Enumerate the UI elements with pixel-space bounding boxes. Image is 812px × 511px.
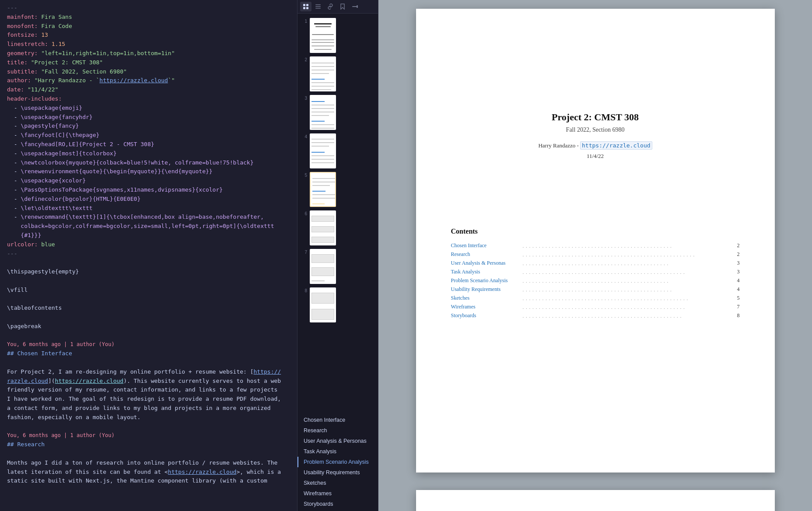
latex-pagestyle: \pagestyle{fancy} <box>21 122 79 129</box>
latex-fancyfoot: \fancyfoot[C]{\thepage} <box>21 132 99 138</box>
nav-storyboards[interactable]: Storyboards <box>298 499 378 509</box>
thumb-preview-6 <box>310 210 336 245</box>
toc-entry-chosen-interface: Chosen Interface . . . . . . . . . . . .… <box>451 242 740 249</box>
nav-problem-scenario[interactable]: Problem Scenario Analysis <box>298 457 378 467</box>
latex-let: \let\oldtexttt\texttt <box>21 205 92 211</box>
yaml-linestretch-val: 1.15 <box>52 41 65 47</box>
latex-emoji: \usepackage{emoji} <box>21 105 82 111</box>
yaml-date-key: date: <box>7 86 24 93</box>
yaml-fontsize-key: fontsize: <box>7 32 38 38</box>
nav-sketches[interactable]: Sketches <box>298 478 378 488</box>
commit-info-2: You, 6 months ago | 1 author (You) <box>7 432 115 438</box>
latex-xcolor: \usepackage{xcolor} <box>21 177 86 184</box>
tab-bookmarks[interactable] <box>337 2 348 11</box>
chosen-interface-body: For Project 2, I am re-designing my onli… <box>7 368 281 420</box>
thumb-5[interactable]: 5 <box>299 171 376 208</box>
pdf-title: Project 2: CMST 308 <box>552 112 639 123</box>
outline-panel: 1 <box>298 0 378 511</box>
latex-tcolorbox: \usepackage[most]{tcolorbox} <box>21 150 116 157</box>
latex-definecolor: \definecolor{bgcolor}{HTML}{E0E0E0} <box>21 196 140 202</box>
toc-title: Contents <box>451 228 740 235</box>
outline-nav: Chosen Interface Research User Analysis … <box>298 413 378 511</box>
section-research: ## Research <box>7 441 45 448</box>
thumb-6[interactable]: 6 <box>299 210 376 246</box>
toc-entry-wireframes: Wireframes . . . . . . . . . . . . . . .… <box>451 304 740 310</box>
outline-tabs <box>298 0 378 14</box>
nav-chosen-interface[interactable]: Chosen Interface <box>298 415 378 425</box>
tab-more[interactable] <box>349 2 360 11</box>
pdf-page-2: Chosen Interface Project 2 - CMST 308 Ch… <box>416 490 775 511</box>
thumb-preview-2 <box>310 56 336 91</box>
yaml-geometry-key: geometry: <box>7 50 38 56</box>
thumb-2[interactable]: 2 <box>299 56 376 92</box>
toc-entry-research: Research . . . . . . . . . . . . . . . .… <box>451 251 740 258</box>
thumb-preview-8 <box>310 287 336 322</box>
yaml-linestretch-key: linestretch: <box>7 41 48 47</box>
section-chosen-interface: ## Chosen Interface <box>7 350 72 357</box>
yaml-monofont-key: monofont: <box>7 23 38 29</box>
nav-research[interactable]: Research <box>298 425 378 436</box>
svg-rect-2 <box>303 7 305 9</box>
yaml-separator-top: --- <box>7 4 17 11</box>
pdf-author: Harry Randazzo - https://razzle.cloud <box>538 142 652 149</box>
preview-panel[interactable]: Project 2: CMST 308 Fall 2022, Section 6… <box>378 0 812 511</box>
thumb-3[interactable]: 3 <box>299 94 376 131</box>
yaml-mainfont-key: mainfont: <box>7 14 38 20</box>
yaml-monofont-val: Fira Code <box>41 23 72 29</box>
toc-entry-storyboards: Storyboards . . . . . . . . . . . . . . … <box>451 312 740 319</box>
latex-fancyhdr: \usepackage{fancyhdr} <box>21 114 92 120</box>
yaml-fontsize-val: 13 <box>41 32 48 38</box>
latex-renewcommand: \renewcommand{\texttt}[1]{\tcbox[enhance… <box>7 214 274 238</box>
thumbnails-area[interactable]: 1 <box>298 14 378 413</box>
nav-user-analysis[interactable]: User Analysis & Personas <box>298 436 378 446</box>
yaml-subtitle-val: "Fall 2022, Section 6980" <box>41 68 127 75</box>
latex-fancyhead: \fancyhead[RO,LE]{Project 2 - CMST 308} <box>21 141 154 147</box>
thumb-7[interactable]: 7 <box>299 248 376 285</box>
yaml-header-includes-key: header-includes: <box>7 95 62 102</box>
svg-rect-0 <box>303 4 305 6</box>
thumb-preview-4 <box>310 133 336 168</box>
nav-wireframes[interactable]: Wireframes <box>298 488 378 499</box>
svg-rect-1 <box>306 4 308 6</box>
thumb-1[interactable]: 1 <box>299 17 376 54</box>
tab-outline[interactable] <box>312 2 324 11</box>
latex-tableofcontents: \tableofcontents <box>7 304 62 311</box>
latex-vfill: \vfill <box>7 287 28 293</box>
yaml-urlcolor-val: blue <box>41 241 55 248</box>
yaml-urlcolor-key: urlcolor: <box>7 241 38 248</box>
yaml-subtitle-key: subtitle: <box>7 68 38 75</box>
thumb-preview-3 <box>310 95 336 130</box>
thumb-preview-7 <box>310 249 336 284</box>
svg-rect-9 <box>357 5 358 8</box>
commit-info-1: You, 6 months ago | 1 author (You) <box>7 341 115 347</box>
yaml-author-val: "Harry Randazzo - `https://razzle.cloud`… <box>35 77 175 84</box>
nav-usability-requirements[interactable]: Usability Requirements <box>298 467 378 478</box>
yaml-author-key: author: <box>7 77 31 84</box>
thumb-8[interactable]: 8 <box>299 287 376 323</box>
yaml-mainfont-val: Fira Sans <box>41 14 72 20</box>
latex-renewenv: \renewenvironment{quote}{\begin{myquote}… <box>21 168 212 175</box>
tab-thumbnails[interactable] <box>300 2 312 11</box>
yaml-date-val: "11/4/22" <box>28 86 58 93</box>
svg-rect-6 <box>315 8 321 9</box>
thumb-preview-5 <box>310 172 336 207</box>
yaml-title-key: title: <box>7 59 28 66</box>
latex-pagebreak: \pagebreak <box>7 323 41 329</box>
pdf-subtitle: Fall 2022, Section 6980 <box>566 126 625 133</box>
svg-marker-7 <box>341 4 344 9</box>
pdf-page-1: Project 2: CMST 308 Fall 2022, Section 6… <box>416 9 775 472</box>
tab-links[interactable] <box>325 2 336 11</box>
toc-entry-sketches: Sketches . . . . . . . . . . . . . . . .… <box>451 295 740 301</box>
toc-entry-user-analysis: User Analysis & Personas . . . . . . . .… <box>451 260 740 266</box>
pdf-author-url[interactable]: https://razzle.cloud <box>580 141 652 150</box>
yaml-separator-bottom: --- <box>7 250 17 257</box>
nav-task-analysis[interactable]: Task Analysis <box>298 446 378 457</box>
svg-rect-5 <box>315 6 321 7</box>
editor-content[interactable]: --- mainfont: Fira Sans monofont: Fira C… <box>0 0 297 511</box>
toc-entry-problem-scenario: Problem Scenario Analysis . . . . . . . … <box>451 277 740 284</box>
editor-panel: --- mainfont: Fira Sans monofont: Fira C… <box>0 0 298 511</box>
toc-entry-task-analysis: Task Analysis . . . . . . . . . . . . . … <box>451 269 740 275</box>
thumb-4[interactable]: 4 <box>299 133 376 169</box>
svg-rect-3 <box>306 7 308 9</box>
latex-pass-options: \PassOptionsToPackage{svgnames,x11names,… <box>21 186 223 193</box>
